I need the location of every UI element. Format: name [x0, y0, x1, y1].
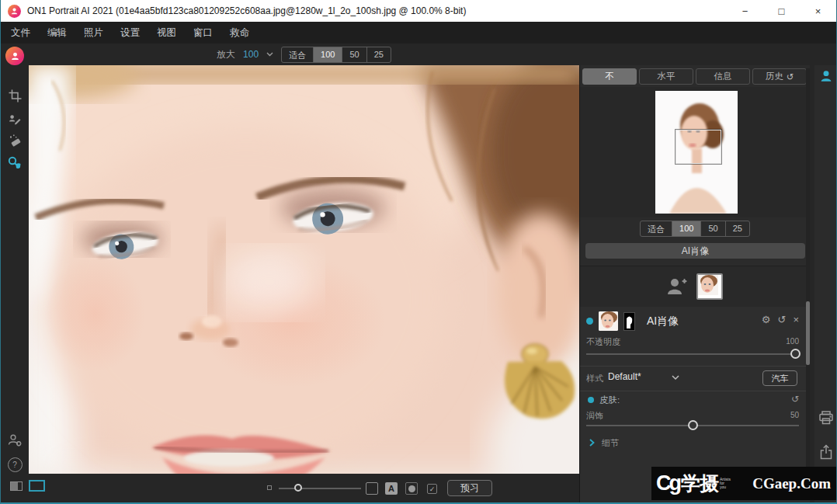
eraser-tool-button[interactable]: [6, 132, 23, 149]
menu-item-edit[interactable]: 编辑: [45, 25, 69, 41]
zoom-value-dropdown[interactable]: 100: [243, 49, 259, 60]
tab-levels[interactable]: 水平: [639, 68, 693, 85]
ai-portrait-button-label: AI肖像: [682, 245, 709, 258]
skin-enabled-dot[interactable]: [588, 397, 594, 403]
menubar: 文件 编辑 照片 设置 视图 窗口 救命: [1, 22, 836, 43]
skin-undo-icon[interactable]: ↺: [791, 394, 799, 405]
retouch-slider[interactable]: [586, 425, 799, 426]
brush-size-small-icon: [267, 485, 272, 490]
app-logo-icon: [8, 5, 21, 18]
skin-section-label: 皮肤:: [599, 395, 620, 406]
opacity-slider-knob[interactable]: [790, 349, 801, 359]
navigator-face-box[interactable]: [676, 130, 721, 164]
zoom-label: 放大: [217, 48, 235, 61]
window-controls: − □ ×: [727, 0, 836, 22]
opacity-label: 不透明度: [586, 336, 620, 348]
menu-item-file[interactable]: 文件: [9, 25, 33, 41]
menu-item-window[interactable]: 窗口: [191, 25, 215, 41]
tab-levels-label: 水平: [658, 71, 676, 82]
retouch-value: 50: [790, 411, 799, 419]
tab-none-label: 不: [605, 71, 614, 82]
add-face-icon[interactable]: [667, 277, 687, 296]
panel-face-thumbnail[interactable]: [599, 311, 618, 331]
right-edge-strip: [814, 65, 837, 504]
close-button[interactable]: ×: [800, 0, 836, 22]
export-share-icon[interactable]: [818, 444, 834, 460]
panel-scrollbar-thumb[interactable]: [806, 301, 810, 365]
gear-icon[interactable]: ⚙: [762, 314, 771, 325]
nav-zoom-50[interactable]: 50: [700, 221, 724, 236]
account-settings-icon[interactable]: [6, 432, 23, 449]
titlebar: ON1 Portrait AI 2021 (01e4aa5bfd123ca801…: [1, 0, 836, 22]
panel-scrollbar[interactable]: [806, 68, 810, 500]
nav-zoom-25[interactable]: 25: [725, 221, 749, 236]
watermark-logo-text: 学摄: [681, 471, 718, 496]
app-window: ON1 Portrait AI 2021 (01e4aa5bfd123ca801…: [0, 0, 837, 504]
retouch-slider-knob[interactable]: [688, 420, 698, 430]
style-label: 样式: [586, 373, 603, 384]
detected-face-thumbnail[interactable]: [696, 273, 723, 300]
opacity-slider[interactable]: [586, 353, 799, 355]
panel-tabs: 不 水平 信息 历史 ↺: [582, 68, 807, 85]
style-dropdown-value[interactable]: Default*: [608, 371, 641, 382]
tab-none[interactable]: 不: [582, 68, 637, 85]
brush-size-slider[interactable]: [279, 488, 361, 489]
tab-info[interactable]: 信息: [696, 68, 750, 85]
nav-zoom-fit[interactable]: 适合: [641, 221, 672, 236]
preview-button[interactable]: 预习: [447, 480, 492, 496]
left-tool-rail: ?: [1, 43, 29, 504]
panel-header-icons: ⚙ ↺ ×: [762, 314, 799, 325]
ai-panel-header: AI肖像: [586, 311, 679, 331]
zoom-preset-group: 适合 100 50 25: [281, 47, 391, 63]
compare-view-icon[interactable]: [10, 481, 23, 491]
nav-zoom-100[interactable]: 100: [672, 221, 700, 236]
minimize-button[interactable]: −: [727, 0, 763, 22]
portrait-panel-icon[interactable]: [818, 68, 834, 84]
print-icon[interactable]: [818, 410, 834, 426]
menu-item-help[interactable]: 救命: [227, 25, 252, 41]
details-chevron-right-icon[interactable]: [589, 439, 595, 447]
reset-undo-icon[interactable]: ↺: [778, 314, 787, 325]
right-panel: 不 水平 信息 历史 ↺: [579, 65, 810, 504]
mask-view-icon[interactable]: [405, 482, 418, 495]
panel-title: AI肖像: [647, 315, 679, 328]
check-icon: ✓: [429, 485, 436, 493]
watermark-logo-mark: Cg: [656, 471, 679, 495]
menu-item-view[interactable]: 视图: [155, 25, 179, 41]
watermark-tagline: Artists for you: [720, 478, 731, 489]
menu-item-photo[interactable]: 照片: [82, 25, 106, 41]
tab-history[interactable]: 历史 ↺: [752, 68, 807, 85]
undo-icon: ↺: [787, 71, 794, 82]
ai-portrait-button[interactable]: AI肖像: [585, 243, 805, 259]
canvas-photo[interactable]: [29, 65, 579, 474]
maximize-button[interactable]: □: [763, 0, 800, 22]
zoom-toolbar: 放大 100 适合 100 50 25: [29, 43, 579, 65]
retouch-label: 润饰: [586, 410, 603, 422]
navigator-thumbnail[interactable]: [655, 91, 738, 214]
zoom-preset-25[interactable]: 25: [366, 47, 391, 62]
compare-a-button[interactable]: A: [385, 482, 398, 495]
retouch-tool-button[interactable]: [6, 110, 23, 127]
show-mask-checkbox[interactable]: ✓: [427, 484, 437, 494]
panel-enabled-dot[interactable]: [586, 318, 593, 325]
zoom-preset-fit[interactable]: 适合: [282, 47, 313, 62]
window-title: ON1 Portrait AI 2021 (01e4aa5bfd123ca801…: [27, 5, 466, 16]
chevron-down-icon[interactable]: [266, 52, 273, 57]
single-view-icon[interactable]: [29, 480, 45, 492]
portrait-tool-button[interactable]: [5, 47, 24, 65]
auto-button[interactable]: 汽车: [762, 370, 797, 386]
view-pan-tool-button[interactable]: [6, 155, 23, 172]
style-chevron-down-icon[interactable]: [672, 375, 679, 381]
panel-close-icon[interactable]: ×: [793, 314, 799, 325]
help-button[interactable]: ?: [6, 456, 23, 473]
panel-mask-thumbnail[interactable]: [623, 312, 635, 331]
menu-item-settings[interactable]: 设置: [118, 25, 142, 41]
portrait-photo: [29, 65, 579, 474]
crop-tool-button[interactable]: [6, 87, 23, 104]
navigator: [580, 87, 810, 217]
brush-size-slider-knob[interactable]: [294, 484, 302, 492]
question-icon: ?: [12, 461, 17, 469]
zoom-preset-100[interactable]: 100: [313, 47, 342, 62]
original-view-icon[interactable]: [366, 482, 378, 495]
zoom-preset-50[interactable]: 50: [342, 47, 366, 62]
